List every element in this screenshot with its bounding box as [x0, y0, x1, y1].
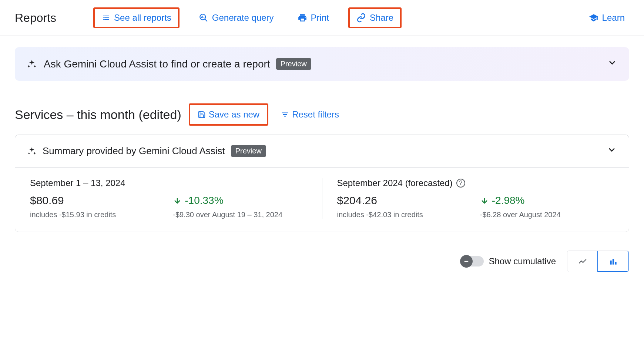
see-all-reports-label: See all reports [114, 13, 171, 23]
gemini-banner-text-wrap: Ask Gemini Cloud Assist to find or creat… [44, 58, 600, 70]
stat-range-text: September 1 – 13, 2024 [30, 178, 125, 188]
save-as-new-label: Save as new [209, 109, 259, 120]
query-icon [199, 13, 208, 23]
stat-delta-note: -$9.30 over August 19 – 31, 2024 [173, 211, 307, 219]
stat-block-forecast: September 2024 (forecasted) ? $204.26 -2… [322, 178, 614, 219]
stat-delta-note: -$6.28 over August 2024 [480, 211, 614, 219]
stat-delta: -10.33% [173, 194, 307, 207]
arrow-down-icon [173, 196, 182, 205]
share-button[interactable]: Share [352, 10, 398, 26]
generate-query-label: Generate query [212, 13, 274, 23]
summary-card: Summary provided by Gemini Cloud Assist … [15, 135, 629, 232]
toggle-knob [460, 255, 473, 268]
stat-block-current: September 1 – 13, 2024 $80.69 -10.33% in… [30, 178, 322, 219]
bottom-controls: Show cumulative [0, 243, 644, 287]
stat-credits-note: includes -$42.03 in credits [337, 211, 471, 219]
chevron-down-icon [607, 57, 617, 70]
generate-query-button[interactable]: Generate query [194, 10, 278, 26]
svg-line-1 [205, 19, 207, 21]
line-chart-button[interactable] [567, 251, 598, 272]
preview-badge: Preview [231, 145, 266, 157]
reset-filters-button[interactable]: Reset filters [276, 106, 344, 123]
show-cumulative-toggle-wrap: Show cumulative [462, 256, 556, 266]
bar-chart-icon [608, 256, 618, 266]
see-all-reports-button[interactable]: See all reports [97, 10, 176, 26]
highlight-save-as-new: Save as new [189, 103, 268, 126]
stat-delta-pct: -2.98% [492, 195, 525, 206]
print-icon [298, 13, 307, 23]
filter-reset-icon [281, 110, 289, 119]
arrow-down-icon [480, 196, 489, 205]
stats-body: September 1 – 13, 2024 $80.69 -10.33% in… [15, 168, 629, 232]
print-label: Print [311, 13, 329, 23]
show-cumulative-toggle[interactable] [462, 256, 484, 266]
reset-filters-label: Reset filters [292, 109, 339, 120]
gemini-banner-text: Ask Gemini Cloud Assist to find or creat… [44, 58, 270, 70]
print-button[interactable]: Print [293, 10, 333, 26]
line-chart-icon [578, 256, 587, 266]
link-icon [356, 13, 366, 23]
stat-amount: $80.69 [30, 194, 164, 207]
gemini-banner[interactable]: Ask Gemini Cloud Assist to find or creat… [15, 47, 629, 81]
learn-icon [589, 13, 598, 23]
save-icon [198, 110, 206, 119]
report-title: Services – this month (edited) [15, 107, 181, 122]
chevron-down-icon [607, 145, 617, 158]
header-bar: Reports See all reports Generate query P… [0, 0, 644, 36]
show-cumulative-label: Show cumulative [489, 256, 556, 266]
learn-button[interactable]: Learn [584, 10, 629, 26]
sparkle-icon [27, 59, 37, 69]
highlight-share: Share [348, 7, 402, 28]
list-icon [101, 13, 110, 22]
stat-amount: $204.26 [337, 194, 471, 207]
sparkle-icon [27, 146, 37, 156]
svg-rect-8 [610, 261, 611, 265]
preview-badge: Preview [276, 58, 311, 70]
share-label: Share [370, 13, 393, 23]
svg-rect-10 [615, 262, 616, 265]
stat-range: September 2024 (forecasted) ? [337, 178, 614, 188]
save-as-new-button[interactable]: Save as new [192, 106, 265, 123]
chart-type-toggle [567, 251, 629, 272]
stat-delta-pct: -10.33% [185, 195, 223, 206]
help-icon[interactable]: ? [456, 179, 465, 188]
svg-rect-9 [613, 259, 614, 265]
page-title: Reports [15, 11, 56, 25]
stat-credits-note: includes -$15.93 in credits [30, 211, 164, 219]
stat-range-text: September 2024 (forecasted) [337, 178, 453, 188]
stat-delta: -2.98% [480, 194, 614, 207]
report-title-row: Services – this month (edited) Save as n… [0, 92, 644, 135]
learn-label: Learn [602, 13, 625, 23]
bar-chart-button[interactable] [597, 251, 629, 272]
summary-title: Summary provided by Gemini Cloud Assist [43, 145, 225, 157]
highlight-see-all: See all reports [93, 7, 180, 28]
summary-header[interactable]: Summary provided by Gemini Cloud Assist … [15, 135, 629, 168]
stat-range: September 1 – 13, 2024 [30, 178, 307, 188]
